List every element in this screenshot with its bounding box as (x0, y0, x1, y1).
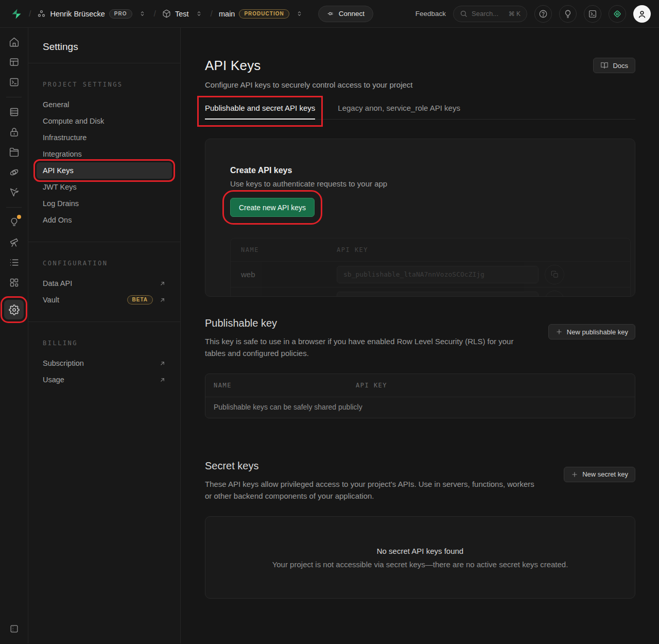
docs-button[interactable]: Docs (593, 58, 635, 73)
sidebar-item-infrastructure[interactable]: Infrastructure (37, 129, 172, 146)
copy-icon[interactable] (545, 265, 564, 284)
sql-editor-icon[interactable] (4, 72, 24, 92)
publishable-keys-table: NAME API KEY Publishable keys can be saf… (205, 374, 635, 418)
sidebar-item-label: Integrations (43, 150, 82, 158)
database-icon[interactable] (4, 102, 24, 122)
project-switcher-button[interactable] (194, 7, 204, 21)
breadcrumb-project[interactable]: Test (162, 9, 189, 18)
branch-switcher-button[interactable] (294, 7, 305, 21)
project-settings-icon[interactable] (4, 300, 24, 319)
page-subtitle: Configure API keys to securely control a… (205, 80, 413, 89)
secret-keys-empty-state: No secret API keys found Your project is… (205, 516, 635, 599)
copy-icon[interactable] (545, 291, 564, 297)
secret-keys-title: Secret keys (205, 460, 539, 472)
realtime-icon[interactable] (4, 182, 24, 202)
api-key-field[interactable] (337, 266, 539, 283)
edge-functions-icon[interactable] (4, 162, 24, 182)
organization-switcher-button[interactable] (137, 7, 148, 21)
tab-publishable-secret-keys[interactable]: Publishable and secret API keys (205, 104, 315, 119)
supabase-dashboard: / Henrik Brüsecke PRO / Test (0, 0, 659, 644)
section-project-settings: PROJECT SETTINGS General Compute and Dis… (28, 63, 180, 242)
user-avatar[interactable] (633, 5, 651, 23)
panel-toggle-icon[interactable] (4, 619, 24, 638)
sidebar-item-subscription[interactable]: Subscription (37, 355, 172, 371)
settings-sidebar-title: Settings (28, 28, 180, 63)
sidebar-item-label: Vault (43, 296, 59, 304)
sidebar-item-jwt-keys[interactable]: JWT Keys (37, 179, 172, 195)
sidebar-item-add-ons[interactable]: Add Ons (37, 212, 172, 228)
page-title: API Keys (205, 58, 413, 74)
search-input[interactable] (472, 10, 505, 18)
section-label: BILLING (37, 340, 172, 347)
storage-icon[interactable] (4, 142, 24, 162)
sidebar-item-integrations[interactable]: Integrations (37, 146, 172, 162)
column-header-api-key: API KEY (356, 382, 387, 389)
breadcrumb-separator: / (153, 9, 157, 19)
sidebar-item-label: Infrastructure (43, 133, 86, 142)
sidebar-item-compute-and-disk[interactable]: Compute and Disk (37, 113, 172, 129)
sidebar-item-vault[interactable]: Vault BETA (37, 292, 172, 308)
sidebar-item-log-drains[interactable]: Log Drains (37, 195, 172, 212)
section-label: CONFIGURATION (37, 260, 172, 267)
table-editor-icon[interactable] (4, 52, 24, 72)
tab-legacy-keys[interactable]: Legacy anon, service_role API keys (338, 104, 460, 119)
whats-new-button[interactable] (559, 5, 577, 23)
help-button[interactable] (534, 5, 552, 23)
secret-keys-section: Secret keys These API keys allow privile… (205, 460, 635, 599)
logs-icon[interactable] (4, 252, 24, 272)
sidebar-item-api-keys[interactable]: API Keys (37, 162, 172, 179)
authentication-icon[interactable] (4, 122, 24, 142)
create-new-api-keys-button[interactable]: Create new API keys (230, 198, 315, 217)
api-keys-preview-table: NAME API KEY web (230, 238, 631, 297)
supabase-logo-icon[interactable] (10, 8, 23, 20)
plus-icon (571, 471, 578, 478)
reports-icon[interactable] (4, 232, 24, 252)
api-key-field[interactable] (337, 292, 539, 297)
rail-divider (6, 97, 22, 97)
sidebar-item-usage[interactable]: Usage (37, 371, 172, 388)
new-secret-key-button[interactable]: New secret key (564, 467, 635, 482)
project-cube-icon (162, 9, 171, 18)
table-row: mobile (231, 287, 630, 297)
command-menu-button[interactable] (584, 5, 601, 23)
advisors-icon[interactable] (4, 212, 24, 232)
search-icon (460, 10, 467, 18)
docs-label: Docs (613, 62, 628, 70)
connect-label: Connect (339, 10, 365, 18)
empty-state-description: Your project is not accessible via secre… (272, 560, 568, 569)
api-keys-tabs: Publishable and secret API keys Legacy a… (205, 104, 635, 120)
external-link-icon (159, 360, 166, 367)
table-row: web (231, 261, 630, 287)
project-status-button[interactable] (609, 5, 626, 23)
sidebar-item-general[interactable]: General (37, 96, 172, 113)
search-box[interactable]: ⌘ K (453, 6, 527, 22)
beta-badge: BETA (127, 295, 153, 304)
sidebar-item-label: JWT Keys (43, 183, 77, 191)
new-publishable-key-label: New publishable key (567, 328, 628, 336)
breadcrumb-organization[interactable]: Henrik Brüsecke PRO (37, 9, 132, 19)
connect-button[interactable]: Connect (318, 6, 373, 22)
external-link-icon (159, 377, 166, 383)
advisors-notification-dot (17, 215, 21, 219)
column-header-name: NAME (231, 246, 337, 253)
breadcrumb-branch[interactable]: main PRODUCTION (219, 9, 289, 19)
api-docs-icon[interactable] (4, 273, 24, 292)
publishable-keys-note: Publishable keys can be safely shared pu… (205, 397, 635, 418)
project-name: Test (175, 10, 189, 18)
plus-icon (556, 328, 563, 335)
home-icon[interactable] (4, 32, 24, 52)
external-link-icon (159, 280, 166, 287)
breadcrumb-separator: / (210, 9, 214, 19)
feedback-button[interactable]: Feedback (415, 10, 446, 18)
new-publishable-key-button[interactable]: New publishable key (548, 324, 635, 340)
breadcrumb-separator: / (28, 9, 32, 19)
column-header-api-key: API KEY (337, 246, 368, 253)
create-api-keys-card: Create API keys Use keys to authenticate… (205, 139, 635, 297)
top-bar: / Henrik Brüsecke PRO / Test (0, 0, 659, 28)
sidebar-item-data-api[interactable]: Data API (37, 275, 172, 292)
section-configuration: CONFIGURATION Data API Vault BETA (28, 242, 180, 321)
external-link-icon (159, 297, 166, 303)
rail-divider (6, 207, 22, 208)
sidebar-item-label: Add Ons (43, 216, 72, 224)
book-icon (600, 61, 609, 70)
